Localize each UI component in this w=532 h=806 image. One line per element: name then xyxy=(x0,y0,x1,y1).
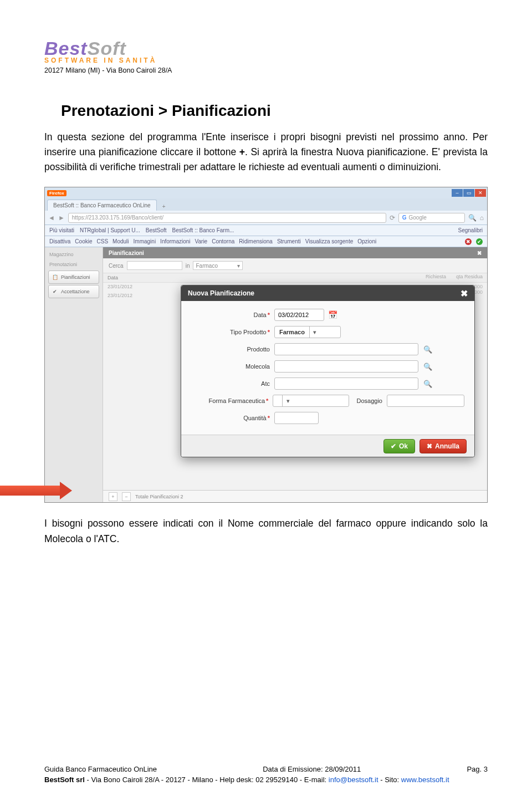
search-icon[interactable]: 🔍 xyxy=(422,378,434,390)
dev-item[interactable]: Cookie xyxy=(75,238,92,244)
footer-email-link[interactable]: info@bestsoft.it xyxy=(329,776,378,784)
dev-ok-icon[interactable]: ✔ xyxy=(476,238,483,245)
input-quantita[interactable] xyxy=(274,412,319,424)
calendar-icon[interactable]: 📅 xyxy=(326,309,339,321)
dev-item[interactable]: Moduli xyxy=(112,238,129,244)
google-icon: G xyxy=(402,215,407,221)
browser-search-field[interactable]: GGoogle xyxy=(398,213,465,223)
screenshot-container: Firefox – ▭ ✕ BestSoft :: Banco Farmaceu… xyxy=(44,187,488,503)
modal-body: Data* 📅 Tipo Prodotto* Farmaco ▾ xyxy=(181,301,474,435)
status-total: Totale Pianificazioni 2 xyxy=(135,494,183,499)
browser-tabs: BestSoft :: Banco Farmaceutico OnLine + xyxy=(45,198,487,211)
footer-contact-text: - Via Bono Cairoli 28/A - 20127 - Milano… xyxy=(85,776,329,784)
filter-label: Cerca xyxy=(109,263,124,269)
col-data: Data xyxy=(103,273,147,282)
section-heading: Prenotazioni > Pianificazioni xyxy=(61,102,488,120)
close-icon: ✖ xyxy=(427,442,432,450)
calendar-icon: 📋 xyxy=(51,273,59,281)
sidebar: Magazzino Prenotazioni 📋 Pianificazioni … xyxy=(45,247,103,502)
label-molecola: Molecola xyxy=(191,363,274,370)
bookmarks-menu[interactable]: Segnalibri xyxy=(458,227,483,233)
dev-item[interactable]: Disattiva xyxy=(49,238,70,244)
input-prodotto[interactable] xyxy=(274,343,418,355)
reload-button[interactable]: ⟳ xyxy=(390,214,395,222)
footer-site-link[interactable]: www.bestsoft.it xyxy=(401,776,449,784)
search-engine-name: Google xyxy=(409,215,427,221)
dev-item[interactable]: Opzioni xyxy=(357,238,376,244)
input-data[interactable] xyxy=(274,309,324,321)
search-icon[interactable]: 🔍 xyxy=(422,360,434,373)
bookmark-item[interactable]: NTRglobal | Support U... xyxy=(80,227,140,233)
logo-block: BestSoft SOFTWARE IN SANITÀ xyxy=(44,39,488,64)
select-tipo-prodotto[interactable]: Farmaco ▾ xyxy=(274,326,341,338)
col-richiesta: Richiesta xyxy=(426,274,446,279)
paragraph-2: I bisogni possono essere indicati con il… xyxy=(44,516,488,546)
modal-close-icon[interactable]: ✖ xyxy=(461,288,468,299)
bookmark-item[interactable]: BestSoft xyxy=(146,227,167,233)
label-tipo-prodotto: Tipo Prodotto* xyxy=(191,329,274,335)
dev-item[interactable]: Strumenti xyxy=(277,238,301,244)
firefox-menu-button[interactable]: Firefox xyxy=(47,190,66,196)
cell-data: 23/01/2012 xyxy=(103,292,147,300)
home-button[interactable]: ⌂ xyxy=(480,214,484,222)
modal-titlebar: Nuova Pianificazione ✖ xyxy=(181,285,474,301)
dev-item[interactable]: Varie xyxy=(195,238,208,244)
dev-item[interactable]: Ridimensiona xyxy=(239,238,273,244)
filter-field-value: Farmaco xyxy=(196,263,217,269)
sidebar-section-prenotazioni: Prenotazioni xyxy=(45,259,103,269)
cancel-button[interactable]: ✖Annulla xyxy=(420,439,467,453)
remove-button[interactable]: − xyxy=(122,492,131,501)
label-prodotto: Prodotto xyxy=(191,346,274,353)
bookmark-item[interactable]: Più visitati xyxy=(49,227,74,233)
add-button[interactable]: + xyxy=(109,492,117,501)
dev-toolbar: Disattiva Cookie CSS Moduli Immagini Inf… xyxy=(45,236,487,247)
select-forma-farmaceutica[interactable]: ▾ xyxy=(273,395,349,407)
footer-company: BestSoft srl xyxy=(44,776,85,784)
close-button[interactable]: ✕ xyxy=(475,189,486,197)
minimize-button[interactable]: – xyxy=(452,189,463,197)
url-field[interactable]: https://213.203.175.169/Banco/client/ xyxy=(68,213,386,223)
filter-field-select[interactable]: Farmaco▾ xyxy=(193,261,243,270)
search-icon[interactable]: 🔍 xyxy=(422,343,434,355)
dev-item[interactable]: Immagini xyxy=(134,238,156,244)
sidebar-item-accettazione[interactable]: ✔ Accettazione xyxy=(48,285,99,298)
dev-item[interactable]: Contorna xyxy=(212,238,234,244)
select-value: Farmaco xyxy=(275,329,309,335)
window-titlebar: Firefox – ▭ ✕ xyxy=(45,187,487,198)
footer-contact-line: BestSoft srl - Via Bono Cairoli 28/A - 2… xyxy=(44,776,488,784)
input-dosaggio[interactable] xyxy=(387,395,464,407)
sidebar-item-label: Pianificazioni xyxy=(61,274,90,280)
label-data: Data* xyxy=(191,312,274,318)
modal-footer: ✔Ok ✖Annulla xyxy=(181,435,474,457)
browser-tab-active[interactable]: BestSoft :: Banco Farmaceutico OnLine xyxy=(47,200,157,211)
dev-item[interactable]: CSS xyxy=(97,238,109,244)
check-icon: ✔ xyxy=(51,288,59,295)
sidebar-item-pianificazioni[interactable]: 📋 Pianificazioni xyxy=(48,271,99,284)
input-atc[interactable] xyxy=(274,378,418,390)
search-go-icon[interactable]: 🔍 xyxy=(468,214,477,222)
input-molecola[interactable] xyxy=(274,360,418,373)
panel-close-icon[interactable]: ✖ xyxy=(477,250,482,256)
sidebar-item-label: Accettazione xyxy=(61,289,90,294)
footer-emission-date: Data di Emissione: 28/09/2011 xyxy=(263,765,361,773)
window-buttons: – ▭ ✕ xyxy=(452,189,486,197)
footer-sep: - Sito: xyxy=(378,776,401,784)
dev-error-icon[interactable]: ✖ xyxy=(465,238,472,245)
header-address: 20127 Milano (MI) - Via Bono Cairoli 28/… xyxy=(44,67,488,74)
dev-item[interactable]: Informazioni xyxy=(160,238,190,244)
logo-tagline: SOFTWARE IN SANITÀ xyxy=(44,57,488,64)
para1-bold: + xyxy=(239,146,245,157)
label-dosaggio: Dosaggio xyxy=(357,397,387,404)
footer-guide-title: Guida Banco Farmaceutico OnLine xyxy=(44,765,157,773)
modal-nuova-pianificazione: Nuova Pianificazione ✖ Data* 📅 Tipo Prod… xyxy=(181,285,475,457)
back-button[interactable]: ◄ xyxy=(48,214,55,222)
maximize-button[interactable]: ▭ xyxy=(463,189,474,197)
forward-button[interactable]: ► xyxy=(58,214,65,222)
dev-item[interactable]: Visualizza sorgente xyxy=(305,238,354,244)
bookmark-item[interactable]: BestSoft :: Banco Farm... xyxy=(172,227,234,233)
ok-button[interactable]: ✔Ok xyxy=(383,439,415,453)
new-tab-button[interactable]: + xyxy=(159,202,169,211)
filter-search-input[interactable] xyxy=(127,261,182,270)
chevron-down-icon: ▾ xyxy=(309,327,320,338)
browser-urlbar: ◄ ► https://213.203.175.169/Banco/client… xyxy=(45,211,487,225)
